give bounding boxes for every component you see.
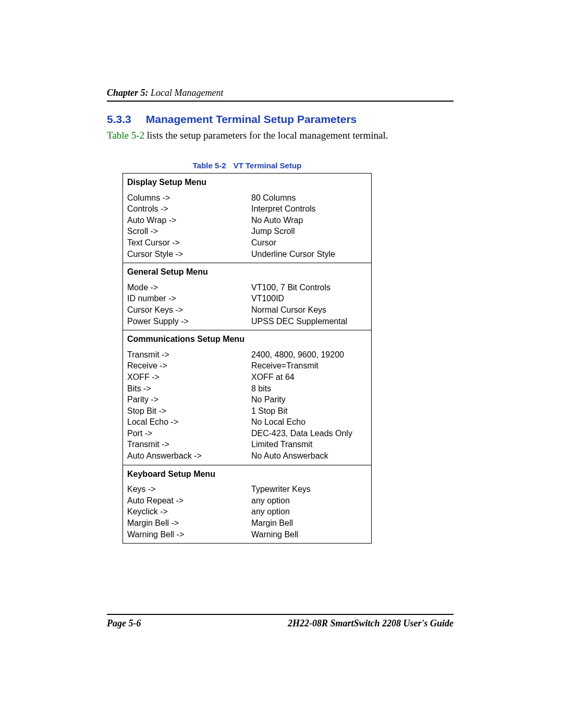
group-header: Display Setup Menu xyxy=(123,174,372,191)
param-value: Underline Cursor Style xyxy=(247,249,372,263)
param-name: Parity -> xyxy=(123,394,248,405)
table-caption-title: VT Terminal Setup xyxy=(234,161,302,170)
vt-terminal-setup-table: Display Setup MenuColumns ->80 ColumnsCo… xyxy=(123,173,372,544)
param-name: Auto Wrap -> xyxy=(123,215,248,226)
group-header: Communications Setup Menu xyxy=(123,330,372,348)
param-value: Jump Scroll xyxy=(247,226,372,237)
param-name: Auto Answerback -> xyxy=(123,450,248,465)
param-name: Cursor Keys -> xyxy=(123,304,248,316)
param-name: Stop Bit -> xyxy=(123,405,248,417)
param-value: No Auto Wrap xyxy=(247,215,372,226)
intro-paragraph: Table 5-2 lists the setup parameters for… xyxy=(107,130,454,141)
running-header: Chapter 5: Local Management xyxy=(107,88,454,98)
chapter-label: Chapter 5: xyxy=(107,88,149,98)
param-name: Power Supply -> xyxy=(123,316,248,330)
param-name: Local Echo -> xyxy=(123,416,248,428)
param-name: Transmit -> xyxy=(123,348,248,361)
footer-divider xyxy=(107,614,454,615)
param-name: XOFF -> xyxy=(123,372,248,383)
param-value: 2400, 4800, 9600, 19200 xyxy=(247,348,372,361)
param-value: 8 bits xyxy=(247,383,372,394)
param-value: Cursor xyxy=(247,237,372,249)
page-footer: Page 5-6 2H22-08R SmartSwitch 2208 User'… xyxy=(107,614,454,629)
param-value: Margin Bell xyxy=(247,517,372,529)
page-number: Page 5-6 xyxy=(107,618,141,629)
param-name: Receive -> xyxy=(123,360,248,372)
param-value: DEC-423, Data Leads Only xyxy=(247,428,372,439)
intro-rest: lists the setup parameters for the local… xyxy=(144,130,388,141)
param-name: Keyclick -> xyxy=(123,506,248,517)
param-value: Limited Transmit xyxy=(247,439,372,450)
param-name: Port -> xyxy=(123,428,248,439)
param-value: 80 Columns xyxy=(247,191,372,204)
param-value: Receive=Transmit xyxy=(247,360,372,372)
chapter-title: Local Management xyxy=(149,88,224,98)
param-value: VT100, 7 Bit Controls xyxy=(247,281,372,293)
param-value: Normal Cursor Keys xyxy=(247,304,372,316)
table-xref-link[interactable]: Table 5-2 xyxy=(107,130,144,141)
param-name: Controls -> xyxy=(123,203,248,215)
param-value: any option xyxy=(247,506,372,517)
param-name: Text Cursor -> xyxy=(123,237,248,249)
param-value: No Auto Answerback xyxy=(247,450,372,465)
param-value: No Parity xyxy=(247,394,372,405)
group-header: Keyboard Setup Menu xyxy=(123,465,372,483)
param-name: Bits -> xyxy=(123,383,248,394)
param-value: XOFF at 64 xyxy=(247,372,372,383)
param-value: 1 Stop Bit xyxy=(247,405,372,417)
section-title: Management Terminal Setup Parameters xyxy=(146,113,357,125)
doc-title: 2H22-08R SmartSwitch 2208 User's Guide xyxy=(288,618,454,629)
param-value: No Local Echo xyxy=(247,416,372,428)
param-value: VT100ID xyxy=(247,293,372,304)
param-name: Cursor Style -> xyxy=(123,249,248,263)
param-value: Interpret Controls xyxy=(247,203,372,215)
group-header: General Setup Menu xyxy=(123,263,372,281)
table-caption: Table 5-2VT Terminal Setup xyxy=(123,161,372,170)
param-name: Keys -> xyxy=(123,483,248,495)
param-name: Warning Bell -> xyxy=(123,529,248,544)
param-value: UPSS DEC Supplemental xyxy=(247,316,372,330)
param-name: Margin Bell -> xyxy=(123,517,248,529)
param-value: any option xyxy=(247,495,372,507)
section-heading: 5.3.3Management Terminal Setup Parameter… xyxy=(107,113,454,126)
param-value: Typewriter Keys xyxy=(247,483,372,495)
param-name: Mode -> xyxy=(123,281,248,293)
param-name: Transmit -> xyxy=(123,439,248,450)
section-number: 5.3.3 xyxy=(107,113,131,126)
param-name: Scroll -> xyxy=(123,226,248,237)
param-name: Columns -> xyxy=(123,191,248,204)
param-value: Warning Bell xyxy=(247,529,372,544)
param-name: Auto Repeat -> xyxy=(123,495,248,507)
param-name: ID number -> xyxy=(123,293,248,304)
header-divider xyxy=(107,101,454,102)
table-caption-label: Table 5-2 xyxy=(193,161,226,170)
